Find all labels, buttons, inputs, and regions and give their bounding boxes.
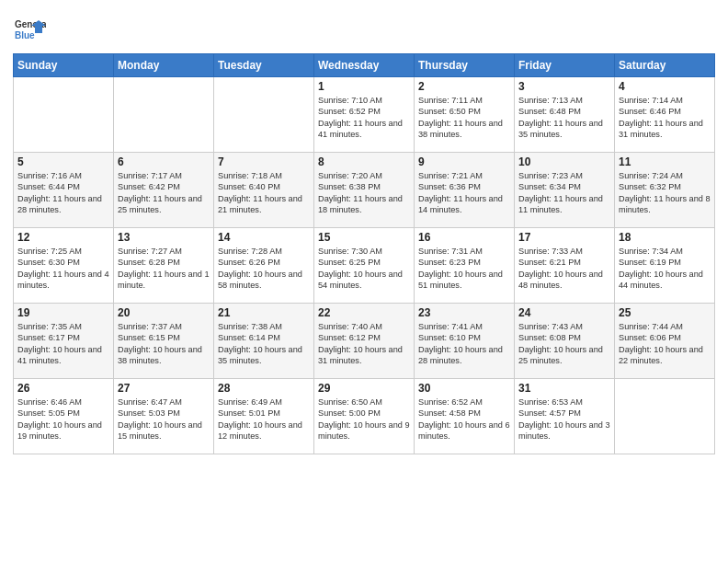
day-number: 16 bbox=[418, 231, 510, 244]
col-header-sunday: Sunday bbox=[14, 54, 114, 77]
day-info: Sunrise: 6:49 AM Sunset: 5:01 PM Dayligh… bbox=[218, 396, 310, 442]
day-info: Sunrise: 7:14 AM Sunset: 6:46 PM Dayligh… bbox=[619, 95, 711, 141]
day-number: 22 bbox=[318, 306, 410, 319]
day-number: 31 bbox=[518, 382, 610, 395]
day-info: Sunrise: 7:24 AM Sunset: 6:32 PM Dayligh… bbox=[619, 170, 711, 216]
calendar-cell bbox=[214, 77, 314, 153]
col-header-monday: Monday bbox=[114, 54, 214, 77]
calendar-cell bbox=[14, 77, 114, 153]
day-info: Sunrise: 7:13 AM Sunset: 6:48 PM Dayligh… bbox=[518, 95, 610, 141]
calendar-cell bbox=[114, 77, 214, 153]
day-info: Sunrise: 7:33 AM Sunset: 6:21 PM Dayligh… bbox=[518, 246, 610, 292]
day-number: 1 bbox=[318, 80, 410, 93]
calendar-week-5: 26Sunrise: 6:46 AM Sunset: 5:05 PM Dayli… bbox=[14, 379, 715, 454]
day-info: Sunrise: 6:46 AM Sunset: 5:05 PM Dayligh… bbox=[17, 396, 109, 442]
calendar-week-2: 5Sunrise: 7:16 AM Sunset: 6:44 PM Daylig… bbox=[14, 153, 715, 228]
day-number: 9 bbox=[418, 155, 510, 168]
calendar-cell: 22Sunrise: 7:40 AM Sunset: 6:12 PM Dayli… bbox=[314, 304, 415, 379]
day-info: Sunrise: 7:35 AM Sunset: 6:17 PM Dayligh… bbox=[17, 321, 109, 367]
day-number: 21 bbox=[218, 306, 310, 319]
day-info: Sunrise: 7:17 AM Sunset: 6:42 PM Dayligh… bbox=[118, 170, 210, 216]
col-header-wednesday: Wednesday bbox=[314, 54, 415, 77]
col-header-friday: Friday bbox=[515, 54, 615, 77]
day-number: 3 bbox=[518, 80, 610, 93]
day-info: Sunrise: 7:25 AM Sunset: 6:30 PM Dayligh… bbox=[17, 246, 109, 292]
calendar-week-3: 12Sunrise: 7:25 AM Sunset: 6:30 PM Dayli… bbox=[14, 228, 715, 304]
calendar-cell: 29Sunrise: 6:50 AM Sunset: 5:00 PM Dayli… bbox=[314, 379, 415, 454]
calendar-cell: 26Sunrise: 6:46 AM Sunset: 5:05 PM Dayli… bbox=[14, 379, 114, 454]
calendar-cell: 21Sunrise: 7:38 AM Sunset: 6:14 PM Dayli… bbox=[214, 304, 314, 379]
col-header-tuesday: Tuesday bbox=[214, 54, 314, 77]
day-info: Sunrise: 7:40 AM Sunset: 6:12 PM Dayligh… bbox=[318, 321, 410, 367]
calendar-cell: 3Sunrise: 7:13 AM Sunset: 6:48 PM Daylig… bbox=[515, 77, 615, 153]
day-number: 17 bbox=[518, 231, 610, 244]
day-info: Sunrise: 7:21 AM Sunset: 6:36 PM Dayligh… bbox=[418, 170, 510, 216]
day-number: 24 bbox=[518, 306, 610, 319]
day-number: 2 bbox=[418, 80, 510, 93]
calendar-cell: 7Sunrise: 7:18 AM Sunset: 6:40 PM Daylig… bbox=[214, 153, 314, 228]
day-info: Sunrise: 7:34 AM Sunset: 6:19 PM Dayligh… bbox=[619, 246, 711, 292]
calendar-cell: 15Sunrise: 7:30 AM Sunset: 6:25 PM Dayli… bbox=[314, 228, 415, 304]
header: General Blue bbox=[13, 9, 715, 46]
day-number: 18 bbox=[619, 231, 711, 244]
day-info: Sunrise: 7:16 AM Sunset: 6:44 PM Dayligh… bbox=[17, 170, 109, 216]
day-number: 28 bbox=[218, 382, 310, 395]
calendar-cell: 17Sunrise: 7:33 AM Sunset: 6:21 PM Dayli… bbox=[515, 228, 615, 304]
day-number: 30 bbox=[418, 382, 510, 395]
day-number: 12 bbox=[17, 231, 109, 244]
calendar-cell: 18Sunrise: 7:34 AM Sunset: 6:19 PM Dayli… bbox=[615, 228, 715, 304]
day-info: Sunrise: 6:53 AM Sunset: 4:57 PM Dayligh… bbox=[518, 396, 610, 442]
day-info: Sunrise: 7:41 AM Sunset: 6:10 PM Dayligh… bbox=[418, 321, 510, 367]
calendar-header-row: SundayMondayTuesdayWednesdayThursdayFrid… bbox=[14, 54, 715, 77]
calendar-week-4: 19Sunrise: 7:35 AM Sunset: 6:17 PM Dayli… bbox=[14, 304, 715, 379]
day-number: 13 bbox=[118, 231, 210, 244]
calendar-cell: 13Sunrise: 7:27 AM Sunset: 6:28 PM Dayli… bbox=[114, 228, 214, 304]
day-number: 8 bbox=[318, 155, 410, 168]
calendar-cell: 30Sunrise: 6:52 AM Sunset: 4:58 PM Dayli… bbox=[415, 379, 515, 454]
calendar-cell: 10Sunrise: 7:23 AM Sunset: 6:34 PM Dayli… bbox=[515, 153, 615, 228]
calendar: SundayMondayTuesdayWednesdayThursdayFrid… bbox=[13, 53, 715, 454]
calendar-cell: 1Sunrise: 7:10 AM Sunset: 6:52 PM Daylig… bbox=[314, 77, 415, 153]
day-info: Sunrise: 7:23 AM Sunset: 6:34 PM Dayligh… bbox=[518, 170, 610, 216]
calendar-cell bbox=[615, 379, 715, 454]
calendar-cell: 27Sunrise: 6:47 AM Sunset: 5:03 PM Dayli… bbox=[114, 379, 214, 454]
day-number: 4 bbox=[619, 80, 711, 93]
calendar-cell: 6Sunrise: 7:17 AM Sunset: 6:42 PM Daylig… bbox=[114, 153, 214, 228]
day-number: 23 bbox=[418, 306, 510, 319]
day-number: 6 bbox=[118, 155, 210, 168]
day-number: 25 bbox=[619, 306, 711, 319]
calendar-cell: 19Sunrise: 7:35 AM Sunset: 6:17 PM Dayli… bbox=[14, 304, 114, 379]
calendar-cell: 31Sunrise: 6:53 AM Sunset: 4:57 PM Dayli… bbox=[515, 379, 615, 454]
day-number: 26 bbox=[17, 382, 109, 395]
col-header-saturday: Saturday bbox=[615, 54, 715, 77]
day-number: 15 bbox=[318, 231, 410, 244]
day-number: 29 bbox=[318, 382, 410, 395]
day-info: Sunrise: 7:37 AM Sunset: 6:15 PM Dayligh… bbox=[118, 321, 210, 367]
day-info: Sunrise: 7:10 AM Sunset: 6:52 PM Dayligh… bbox=[318, 95, 410, 141]
calendar-cell: 25Sunrise: 7:44 AM Sunset: 6:06 PM Dayli… bbox=[615, 304, 715, 379]
svg-text:Blue: Blue bbox=[15, 30, 35, 40]
calendar-cell: 12Sunrise: 7:25 AM Sunset: 6:30 PM Dayli… bbox=[14, 228, 114, 304]
day-number: 14 bbox=[218, 231, 310, 244]
day-info: Sunrise: 7:44 AM Sunset: 6:06 PM Dayligh… bbox=[619, 321, 711, 367]
calendar-week-1: 1Sunrise: 7:10 AM Sunset: 6:52 PM Daylig… bbox=[14, 77, 715, 153]
calendar-cell: 24Sunrise: 7:43 AM Sunset: 6:08 PM Dayli… bbox=[515, 304, 615, 379]
day-info: Sunrise: 6:47 AM Sunset: 5:03 PM Dayligh… bbox=[118, 396, 210, 442]
day-info: Sunrise: 7:18 AM Sunset: 6:40 PM Dayligh… bbox=[218, 170, 310, 216]
day-info: Sunrise: 7:38 AM Sunset: 6:14 PM Dayligh… bbox=[218, 321, 310, 367]
day-number: 10 bbox=[518, 155, 610, 168]
day-number: 19 bbox=[17, 306, 109, 319]
calendar-cell: 14Sunrise: 7:28 AM Sunset: 6:26 PM Dayli… bbox=[214, 228, 314, 304]
day-number: 11 bbox=[619, 155, 711, 168]
calendar-cell: 28Sunrise: 6:49 AM Sunset: 5:01 PM Dayli… bbox=[214, 379, 314, 454]
day-info: Sunrise: 7:20 AM Sunset: 6:38 PM Dayligh… bbox=[318, 170, 410, 216]
calendar-cell: 2Sunrise: 7:11 AM Sunset: 6:50 PM Daylig… bbox=[415, 77, 515, 153]
day-number: 27 bbox=[118, 382, 210, 395]
day-info: Sunrise: 7:27 AM Sunset: 6:28 PM Dayligh… bbox=[118, 246, 210, 292]
day-info: Sunrise: 7:11 AM Sunset: 6:50 PM Dayligh… bbox=[418, 95, 510, 141]
page: General Blue SundayMondayTuesdayWednesda… bbox=[0, 0, 728, 563]
day-info: Sunrise: 7:43 AM Sunset: 6:08 PM Dayligh… bbox=[518, 321, 610, 367]
day-info: Sunrise: 7:31 AM Sunset: 6:23 PM Dayligh… bbox=[418, 246, 510, 292]
calendar-cell: 16Sunrise: 7:31 AM Sunset: 6:23 PM Dayli… bbox=[415, 228, 515, 304]
day-info: Sunrise: 6:52 AM Sunset: 4:58 PM Dayligh… bbox=[418, 396, 510, 442]
